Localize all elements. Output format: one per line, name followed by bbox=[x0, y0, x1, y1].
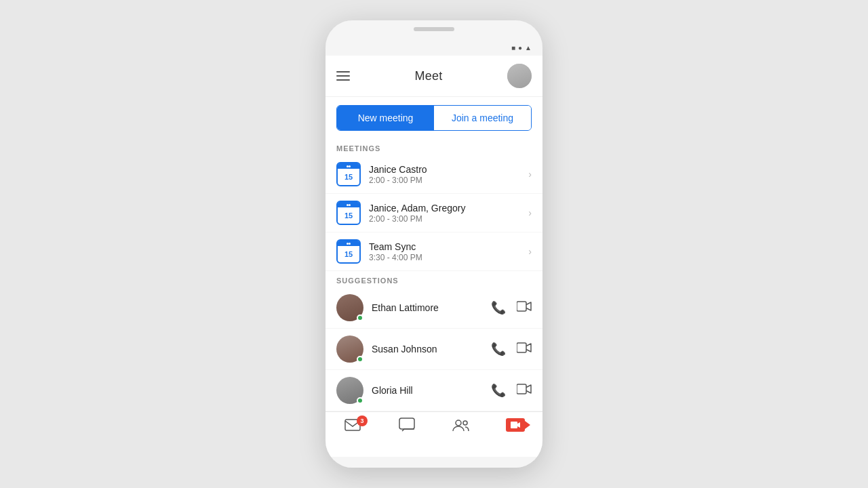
video-nav-icon bbox=[506, 418, 525, 432]
nav-item-video[interactable] bbox=[488, 418, 542, 432]
contact-actions: 📞 bbox=[491, 300, 532, 315]
phone-call-icon[interactable]: 📞 bbox=[491, 383, 506, 398]
suggestion-item[interactable]: Gloria Hill 📞 bbox=[326, 370, 542, 411]
mail-badge: 3 bbox=[357, 415, 368, 426]
nav-item-contacts[interactable] bbox=[434, 418, 488, 432]
meeting-item[interactable]: 15 Team Sync 3:30 - 4:00 PM › bbox=[326, 232, 542, 271]
contact-avatar-ethan bbox=[336, 294, 363, 321]
new-meeting-button[interactable]: New meeting bbox=[337, 106, 434, 130]
phone-notch bbox=[414, 27, 454, 31]
svg-rect-2 bbox=[517, 384, 526, 394]
status-bar: ■ ● ▲ bbox=[326, 39, 542, 56]
suggestion-item[interactable]: Ethan Lattimore 📞 bbox=[326, 287, 542, 329]
contact-avatar-gloria bbox=[336, 377, 363, 404]
online-status-dot bbox=[357, 314, 363, 321]
chat-icon bbox=[399, 418, 415, 432]
meeting-toggle-bar: New meeting Join a meeting bbox=[336, 105, 532, 131]
join-meeting-button[interactable]: Join a meeting bbox=[434, 106, 531, 130]
meeting-info: Janice, Adam, Gregory 2:00 - 3:00 PM bbox=[369, 203, 528, 224]
video-call-icon[interactable] bbox=[517, 301, 532, 315]
meeting-item[interactable]: 15 Janice, Adam, Gregory 2:00 - 3:00 PM … bbox=[326, 194, 542, 232]
contact-actions: 📞 bbox=[491, 342, 532, 357]
user-avatar[interactable] bbox=[507, 64, 532, 88]
status-icon-battery: ■ bbox=[511, 44, 515, 52]
svg-rect-1 bbox=[517, 343, 526, 352]
contact-name: Susan Johnson bbox=[372, 344, 491, 354]
phone-call-icon[interactable]: 📞 bbox=[491, 342, 506, 357]
meeting-time: 3:30 - 4:00 PM bbox=[369, 253, 528, 262]
online-status-dot bbox=[357, 397, 363, 404]
contact-avatar-susan bbox=[336, 336, 363, 363]
nav-item-chat[interactable] bbox=[380, 418, 434, 432]
phone-call-icon[interactable]: 📞 bbox=[491, 300, 506, 315]
calendar-icon: 15 bbox=[336, 162, 361, 186]
svg-rect-7 bbox=[511, 422, 517, 428]
chevron-right-icon: › bbox=[528, 207, 532, 218]
app-title: Meet bbox=[414, 69, 442, 83]
nav-item-mail[interactable]: 3 bbox=[326, 418, 380, 432]
phone-top-bar bbox=[326, 20, 542, 39]
meeting-name: Janice, Adam, Gregory bbox=[369, 203, 528, 214]
meeting-info: Team Sync 3:30 - 4:00 PM bbox=[369, 241, 528, 262]
chevron-right-icon: › bbox=[528, 246, 532, 257]
meeting-name: Team Sync bbox=[369, 241, 528, 252]
phone-shell: ■ ● ▲ Meet New meeting Join a meeting ME… bbox=[326, 20, 542, 468]
avatar-image bbox=[507, 64, 532, 88]
phone-bottom bbox=[326, 457, 542, 468]
chevron-right-icon: › bbox=[528, 169, 532, 180]
contact-actions: 📞 bbox=[491, 383, 532, 398]
contacts-icon bbox=[452, 418, 470, 432]
calendar-icon: 15 bbox=[336, 239, 361, 264]
app-content: Meet New meeting Join a meeting MEETINGS… bbox=[326, 56, 542, 457]
meetings-section-label: MEETINGS bbox=[326, 139, 542, 155]
calendar-icon: 15 bbox=[336, 201, 361, 225]
meeting-time: 2:00 - 3:00 PM bbox=[369, 176, 528, 185]
app-header: Meet bbox=[326, 56, 542, 97]
contact-name: Gloria Hill bbox=[372, 385, 491, 396]
online-status-dot bbox=[357, 356, 363, 363]
status-icon-wifi: ▲ bbox=[525, 44, 532, 52]
menu-button[interactable] bbox=[336, 71, 350, 81]
suggestions-section-label: SUGGESTIONS bbox=[326, 271, 542, 287]
svg-rect-0 bbox=[517, 302, 526, 311]
meeting-name: Janice Castro bbox=[369, 164, 528, 175]
svg-point-5 bbox=[456, 420, 461, 426]
svg-rect-4 bbox=[399, 418, 414, 429]
video-call-icon[interactable] bbox=[517, 384, 532, 398]
meeting-info: Janice Castro 2:00 - 3:00 PM bbox=[369, 164, 528, 185]
meeting-item[interactable]: 15 Janice Castro 2:00 - 3:00 PM › bbox=[326, 155, 542, 194]
meeting-time: 2:00 - 3:00 PM bbox=[369, 214, 528, 224]
video-call-icon[interactable] bbox=[517, 342, 532, 357]
suggestion-item[interactable]: Susan Johnson 📞 bbox=[326, 329, 542, 370]
svg-point-6 bbox=[463, 421, 467, 425]
bottom-nav: 3 bbox=[326, 411, 542, 441]
contact-name: Ethan Lattimore bbox=[372, 302, 491, 313]
status-icon-signal: ● bbox=[518, 44, 522, 52]
